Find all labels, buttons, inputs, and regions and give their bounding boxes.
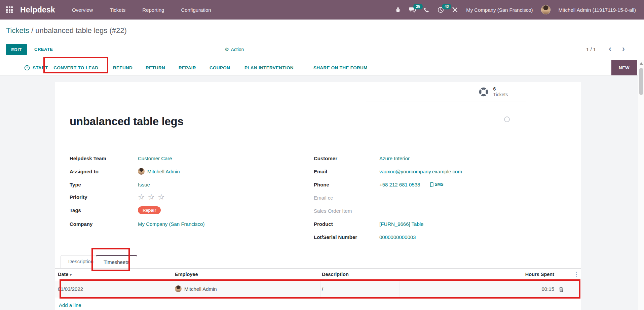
field-email-cc: Email cc [314,193,379,202]
sms-button[interactable]: SMS [430,182,443,187]
delete-row-trash-icon[interactable] [559,287,564,292]
coupon-button[interactable]: COUPON [210,60,230,76]
return-button[interactable]: RETURN [146,60,165,76]
form-content-area: 6 Tickets unbalanced table legs Helpdesk… [0,75,638,310]
row-date-cell[interactable]: 01/03/2022 [58,286,83,292]
convert-to-lead-button[interactable]: CONVERT TO LEAD [45,60,107,76]
row-description-cell[interactable]: / [322,286,323,292]
stage-new-badge[interactable]: NEW [611,60,637,76]
repair-button[interactable]: REPAIR [179,60,196,76]
row-hours-cell[interactable]: 00:15 [488,286,554,292]
email-link[interactable]: vauxoo@yourcompany.example.com [379,169,462,174]
scroll-up-icon[interactable] [640,62,643,65]
apps-grid-icon[interactable] [6,6,13,13]
field-lot-serial-number: Lot/Serial Number 0000000000003 [314,233,416,241]
phone-link[interactable]: +58 212 681 0538 [379,182,420,187]
lifebuoy-icon [479,87,489,97]
breadcrumb-tickets-link[interactable]: Tickets [6,26,29,35]
sort-caret-icon: ▾ [70,273,72,277]
assignee-avatar [138,168,145,175]
field-type: Type Issue [70,180,150,189]
top-navbar: Helpdesk Overview Tickets Reporting Conf… [0,0,644,20]
helpdesk-team-link[interactable]: Customer Care [138,156,172,161]
field-sales-order-item: Sales Order Item [314,206,379,215]
nav-item-configuration[interactable]: Configuration [181,7,211,13]
create-button[interactable]: CREATE [34,44,53,55]
field-assigned-to: Assigned to Mitchell Admin [70,167,180,176]
nav-item-tickets[interactable]: Tickets [110,7,125,13]
type-link[interactable]: Issue [138,182,150,187]
cell-divider [400,281,400,298]
app-title[interactable]: Helpdesk [20,5,55,14]
column-header-date[interactable]: Date▾ [58,272,72,277]
field-customer: Customer Azure Interior [314,154,410,163]
tickets-stat-button[interactable]: 6 Tickets [460,82,526,102]
field-product: Product [FURN_9666] Table [314,219,423,228]
kanban-state-icon[interactable] [504,116,510,122]
field-tags: Tags Repair [70,206,161,214]
pager-counter: 1 / 1 [586,44,596,55]
lot-serial-link[interactable]: 0000000000003 [379,234,416,240]
start-timer-icon[interactable] [24,65,30,71]
share-on-forum-button[interactable]: SHARE ON THE FORUM [313,60,368,76]
scrollbar-thumb[interactable] [639,68,643,95]
breadcrumb: Tickets / unbalanced table legs (#22) [6,26,127,35]
user-avatar[interactable] [541,5,551,14]
form-statusbar: START CONVERT TO LEAD REFUND RETURN REPA… [0,60,638,75]
action-menu-button[interactable]: ⚙Action [225,44,244,55]
column-header-employee[interactable]: Employee [175,272,198,277]
user-menu[interactable]: Mitchell Admin (11917119-15-0-all) [559,7,636,13]
optional-columns-icon[interactable]: ⋮ [573,271,579,278]
field-phone: Phone +58 212 681 0538 SMS [314,180,443,189]
activity-clock-icon[interactable]: 43 [438,7,444,13]
plan-intervention-button[interactable]: PLAN INTERVENTION [244,60,294,76]
tools-icon[interactable] [452,7,458,13]
column-header-description[interactable]: Description [322,272,349,277]
field-email: Email vauxoo@yourcompany.example.com [314,167,462,176]
field-company: Company My Company (San Francisco) [70,219,204,228]
vertical-scrollbar[interactable] [638,60,644,310]
priority-star-icons[interactable]: ☆☆☆ [138,193,168,202]
add-a-line-link[interactable]: Add a line [59,302,81,308]
helpdesk-app-screen: Helpdesk Overview Tickets Reporting Conf… [0,0,644,310]
mobile-phone-icon [430,182,433,187]
stat-tickets-count: 6 [493,86,508,92]
product-link[interactable]: [FURN_9666] Table [379,221,423,227]
pager-next-icon[interactable]: › [622,43,625,55]
cell-divider [320,281,321,298]
tab-timesheets[interactable]: Timesheets [96,255,137,269]
company-link[interactable]: My Company (San Francisco) [138,221,204,227]
field-priority: Priority ☆☆☆ [70,193,168,201]
edit-button[interactable]: EDIT [6,44,27,55]
column-header-hours-spent[interactable]: Hours Spent [488,272,554,277]
tag-repair-pill: Repair [138,206,161,214]
activities-count-badge: 43 [442,4,451,9]
ticket-title: unbalanced table legs [70,115,183,128]
row-employee-cell[interactable]: Mitchell Admin [184,286,217,292]
button-box-divider [366,102,460,102]
bug-icon[interactable] [395,7,401,13]
nav-item-overview[interactable]: Overview [72,7,93,13]
refund-button[interactable]: REFUND [113,60,132,76]
assigned-to-link[interactable]: Mitchell Admin [147,169,180,174]
customer-link[interactable]: Azure Interior [379,156,410,161]
field-helpdesk-team: Helpdesk Team Customer Care [70,154,172,163]
stat-tickets-label: Tickets [493,92,508,98]
phone-icon[interactable] [424,7,429,13]
breadcrumb-separator: / [29,26,35,35]
gear-icon: ⚙ [225,46,229,52]
tab-description[interactable]: Description [61,255,101,269]
messages-icon[interactable]: 25 [409,7,416,13]
messages-count-badge: 25 [413,4,423,9]
company-switcher[interactable]: My Company (San Francisco) [466,7,533,13]
row-employee-avatar [175,285,182,292]
breadcrumb-current: unbalanced table legs (#22) [35,26,127,35]
nav-item-reporting[interactable]: Reporting [142,7,164,13]
pager-previous-icon[interactable]: ‹ [609,43,611,55]
